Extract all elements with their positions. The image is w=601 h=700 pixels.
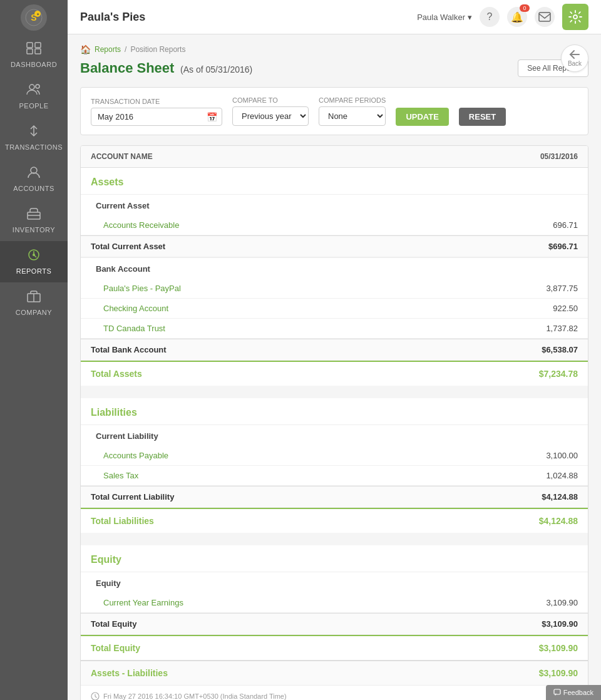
reset-button[interactable]: RESET <box>459 108 506 126</box>
total-equity-sub-row: Total Equity $3,109.90 <box>81 613 588 635</box>
page-title-row: Balance Sheet (As of 05/31/2016) See All… <box>80 59 588 77</box>
row-label: TD Canada Trust <box>103 324 165 333</box>
row-value: 922.50 <box>553 304 578 313</box>
assets-liabilities-value: $3,109.90 <box>539 668 578 678</box>
row-value: 3,109.90 <box>546 598 578 607</box>
equity-section-title: Equity <box>81 545 588 572</box>
row-label: Current Year Earnings <box>103 598 183 607</box>
current-liability-subtitle: Current Liability <box>81 425 588 446</box>
transactions-icon <box>26 125 41 141</box>
topbar-right: Paula Walker ▾ ? 🔔 0 <box>417 4 588 30</box>
total-assets-row: Total Assets $7,234.78 <box>81 361 588 386</box>
total-label: Total Equity <box>91 619 136 629</box>
page-title-group: Balance Sheet (As of 05/31/2016) <box>80 60 252 76</box>
accounts-icon <box>26 166 41 182</box>
app-logo: S ✦ <box>21 4 47 31</box>
total-value: $3,109.90 <box>542 619 578 629</box>
sidebar-item-label: Transactions <box>5 143 63 151</box>
transaction-date-input[interactable] <box>91 108 222 126</box>
company-title: Paula's Pies <box>80 11 145 24</box>
feedback-button[interactable]: Feedback <box>546 685 601 700</box>
grand-total-label: Total Assets <box>91 369 142 379</box>
bank-account-subtitle: Bank Account <box>81 257 588 279</box>
sidebar-item-label: People <box>19 102 48 110</box>
account-name-header: Account Name <box>91 152 153 161</box>
svg-point-8 <box>29 85 34 90</box>
home-icon[interactable]: 🏠 <box>80 44 91 54</box>
clock-icon <box>91 692 100 700</box>
grand-total-label: Total Liabilities <box>91 516 154 526</box>
sidebar-item-label: Company <box>16 309 52 316</box>
back-button[interactable]: Back <box>561 44 588 72</box>
liabilities-section-title: Liabilities <box>81 398 588 425</box>
table-row[interactable]: Accounts Payable 3,100.00 <box>81 446 588 466</box>
user-menu[interactable]: Paula Walker ▾ <box>417 13 472 22</box>
sidebar-item-inventory[interactable]: Inventory <box>0 200 68 241</box>
row-label: Accounts Receivable <box>103 220 179 230</box>
assets-liabilities-label: Assets - Liabilities <box>91 668 168 678</box>
sidebar-item-reports[interactable]: Reports <box>0 241 68 282</box>
topbar: Paula's Pies Paula Walker ▾ ? 🔔 0 <box>68 0 601 34</box>
table-row[interactable]: TD Canada Trust 1,737.82 <box>81 319 588 339</box>
sidebar-item-accounts[interactable]: Accounts <box>0 158 68 200</box>
svg-rect-4 <box>27 43 33 48</box>
user-name: Paula Walker <box>417 13 465 22</box>
footer-timestamp: Fri May 27 2016 16:34:10 GMT+0530 (India… <box>103 692 287 700</box>
table-row[interactable]: Sales Tax 1,024.88 <box>81 466 588 486</box>
settings-button[interactable] <box>562 4 588 30</box>
page-subtitle: (As of 05/31/2016) <box>180 64 252 75</box>
sidebar-item-transactions[interactable]: Transactions <box>0 117 68 158</box>
total-value: $696.71 <box>548 242 578 251</box>
section-divider-2 <box>81 533 588 545</box>
people-icon <box>26 83 41 100</box>
sidebar-logo: S ✦ <box>0 0 68 34</box>
messages-button[interactable] <box>535 7 555 27</box>
grand-total-value: $7,234.78 <box>539 369 578 379</box>
grand-total-value: $4,124.88 <box>539 516 578 526</box>
total-value: $4,124.88 <box>542 492 578 502</box>
row-value: 696.71 <box>553 220 578 230</box>
compare-periods-select[interactable]: None <box>319 106 386 126</box>
compare-periods-label: Compare Periods <box>319 96 386 104</box>
row-value: 1,737.82 <box>546 324 578 333</box>
row-label: Sales Tax <box>103 471 138 480</box>
sidebar-item-label: Accounts <box>13 185 54 192</box>
transaction-date-group: Transaction Date 📅 <box>91 98 222 126</box>
current-asset-subtitle: Current Asset <box>81 194 588 215</box>
sidebar-item-company[interactable]: Company <box>0 282 68 324</box>
page-title: Balance Sheet <box>80 60 174 76</box>
inventory-icon <box>26 207 41 224</box>
row-label: Paula's Pies - PayPal <box>103 284 181 293</box>
row-label: Accounts Payable <box>103 451 168 460</box>
reports-icon <box>26 249 41 265</box>
table-row[interactable]: Paula's Pies - PayPal 3,877.75 <box>81 279 588 299</box>
row-value: 3,100.00 <box>546 451 578 460</box>
table-row[interactable]: Checking Account 922.50 <box>81 299 588 319</box>
table-row[interactable]: Current Year Earnings 3,109.90 <box>81 593 588 613</box>
main-area: Paula's Pies Paula Walker ▾ ? 🔔 0 <box>68 0 601 700</box>
assets-section-title: Assets <box>81 168 588 194</box>
sidebar-item-dashboard[interactable]: Dashboard <box>0 34 68 76</box>
total-label: Total Current Liability <box>91 492 174 502</box>
transaction-date-label: Transaction Date <box>91 98 222 105</box>
table-row[interactable]: Accounts Receivable 696.71 <box>81 215 588 235</box>
svg-point-19 <box>573 15 577 19</box>
notifications-button[interactable]: 🔔 0 <box>507 7 527 27</box>
breadcrumb-position-reports: Position Reports <box>130 45 185 54</box>
total-label: Total Current Asset <box>91 242 165 251</box>
sidebar-item-people[interactable]: People <box>0 76 68 117</box>
date-header: 05/31/2016 <box>540 152 578 161</box>
equity-subtitle: Equity <box>81 572 588 593</box>
sidebar-item-label: Dashboard <box>11 61 57 68</box>
filter-row: Transaction Date 📅 Compare To Previous y… <box>80 87 588 135</box>
breadcrumb-reports[interactable]: Reports <box>95 45 121 54</box>
update-button[interactable]: UPDATE <box>396 108 448 126</box>
grand-total-value: $3,109.90 <box>539 643 578 653</box>
total-current-liability-row: Total Current Liability $4,124.88 <box>81 486 588 508</box>
help-button[interactable]: ? <box>480 7 500 27</box>
compare-to-select[interactable]: Previous year <box>232 106 309 126</box>
compare-to-label: Compare To <box>232 96 309 104</box>
calendar-icon: 📅 <box>207 112 217 122</box>
assets-liabilities-row: Assets - Liabilities $3,109.90 <box>81 660 588 685</box>
report-table: Account Name 05/31/2016 Assets Current A… <box>80 145 588 700</box>
